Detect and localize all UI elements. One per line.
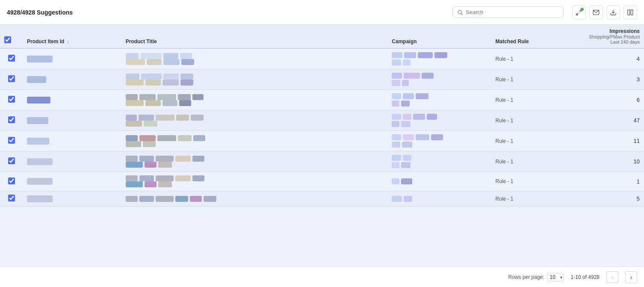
pagination-info: 1-10 of 4928 [571, 274, 600, 280]
sort-icon: ↓ [67, 39, 69, 44]
title-blur-block [179, 100, 191, 106]
campaign-blur-block [392, 134, 401, 140]
impressions-cell: 3 [570, 69, 644, 90]
campaign-cell [387, 48, 491, 69]
campaign-blur-block [392, 196, 402, 202]
rows-per-page-select[interactable]: 10 25 50 [547, 273, 564, 281]
email-button[interactable] [589, 6, 603, 19]
row-checkbox-cell[interactable] [0, 110, 23, 131]
row-checkbox[interactable] [8, 75, 15, 82]
search-box[interactable] [452, 6, 564, 18]
search-icon [457, 9, 463, 15]
campaign-cell [387, 151, 491, 172]
matched-rule-cell: Rule - 1 [491, 172, 570, 191]
campaign-blur-block [431, 134, 443, 140]
fullscreen-button[interactable] [572, 6, 586, 19]
title-blur-block [126, 80, 144, 86]
product-title-cell [121, 151, 388, 172]
product-title-header[interactable]: Product Title [121, 25, 388, 48]
impressions-cell: 10 [570, 151, 644, 172]
title-blur-block [180, 74, 193, 80]
matched-rule-cell: Rule - 1 [491, 48, 570, 69]
row-checkbox[interactable] [8, 157, 15, 164]
product-title-cell [121, 172, 388, 191]
row-checkbox[interactable] [8, 137, 15, 144]
product-id-cell [23, 110, 121, 131]
title-blur-block [193, 135, 205, 141]
columns-button[interactable] [623, 6, 637, 19]
row-checkbox-cell[interactable] [0, 151, 23, 172]
campaign-cell [387, 69, 491, 90]
svg-rect-7 [631, 10, 633, 15]
title-blur-block [156, 115, 174, 121]
row-checkbox[interactable] [8, 96, 15, 103]
row-checkbox[interactable] [8, 116, 15, 123]
title-blur-block [141, 74, 162, 80]
title-blur-block [139, 115, 154, 121]
campaign-blur-block [427, 114, 437, 120]
row-checkbox[interactable] [8, 195, 15, 201]
title-blur-block [163, 53, 178, 59]
table-row: Rule - 111 [0, 131, 644, 151]
title-blur-block [180, 80, 193, 86]
row-checkbox-cell[interactable] [0, 191, 23, 207]
row-checkbox-cell[interactable] [0, 69, 23, 90]
columns-icon [627, 9, 634, 16]
status-dot [581, 8, 584, 11]
title-blur-block [126, 175, 138, 181]
product-id-header[interactable]: Product Item Id ↓ [23, 25, 121, 48]
svg-line-1 [461, 13, 463, 15]
title-blur-block [126, 181, 143, 187]
title-blur-block [144, 121, 157, 127]
title-blur-block [176, 115, 189, 121]
title-blur-block [126, 74, 139, 80]
row-checkbox[interactable] [8, 55, 15, 62]
campaign-cell [387, 110, 491, 131]
row-checkbox-cell[interactable] [0, 90, 23, 110]
title-blur-block [192, 175, 204, 181]
table-row: Rule - 13 [0, 69, 644, 90]
download-button[interactable] [606, 6, 620, 19]
campaign-blur-block [403, 134, 414, 140]
campaign-blur-block [403, 59, 411, 65]
title-blur-block [156, 156, 174, 162]
title-blur-block [156, 196, 174, 202]
prev-page-button[interactable]: ‹ [606, 271, 618, 283]
title-blur-block [126, 196, 138, 202]
title-blur-block [191, 115, 204, 121]
next-page-button[interactable]: › [625, 271, 637, 283]
title-blur-block [162, 100, 177, 106]
row-checkbox-cell[interactable] [0, 48, 23, 69]
title-blur-block [190, 196, 202, 202]
row-checkbox-cell[interactable] [0, 172, 23, 191]
campaign-blur-block [403, 114, 411, 120]
title-blur-block [178, 94, 191, 100]
product-id-cell [23, 191, 121, 207]
matched-rule-cell: Rule - 1 [491, 110, 570, 131]
title-blur-block [156, 175, 174, 181]
row-checkbox[interactable] [8, 178, 15, 184]
select-all-checkbox[interactable] [4, 36, 11, 43]
campaign-blur-block [401, 178, 412, 184]
impressions-cell: 1 [570, 172, 644, 191]
rows-select-wrap: 10 25 50 [547, 273, 564, 281]
table-row: Rule - 16 [0, 90, 644, 110]
title-blur-block [145, 162, 157, 168]
campaign-blur-block [401, 101, 410, 107]
title-blur-block [139, 196, 154, 202]
title-blur-block [126, 115, 137, 121]
title-blur-block [139, 135, 156, 141]
campaign-header[interactable]: Campaign [387, 25, 491, 48]
title-blur-block [126, 100, 144, 106]
title-blur-block [126, 94, 138, 100]
check-all-header[interactable] [0, 25, 23, 48]
row-checkbox-cell[interactable] [0, 131, 23, 151]
search-input[interactable] [466, 9, 559, 15]
matched-rule-cell: Rule - 1 [491, 151, 570, 172]
campaign-blur-block [401, 162, 411, 168]
title-blur-block [145, 80, 161, 86]
matched-rule-cell: Rule - 1 [491, 191, 570, 207]
matched-rule-header[interactable]: Matched Rule [491, 25, 570, 48]
impressions-header[interactable]: Impressions Shopping/PMax Product Last 2… [570, 25, 644, 48]
table-row: Rule - 15 [0, 191, 644, 207]
